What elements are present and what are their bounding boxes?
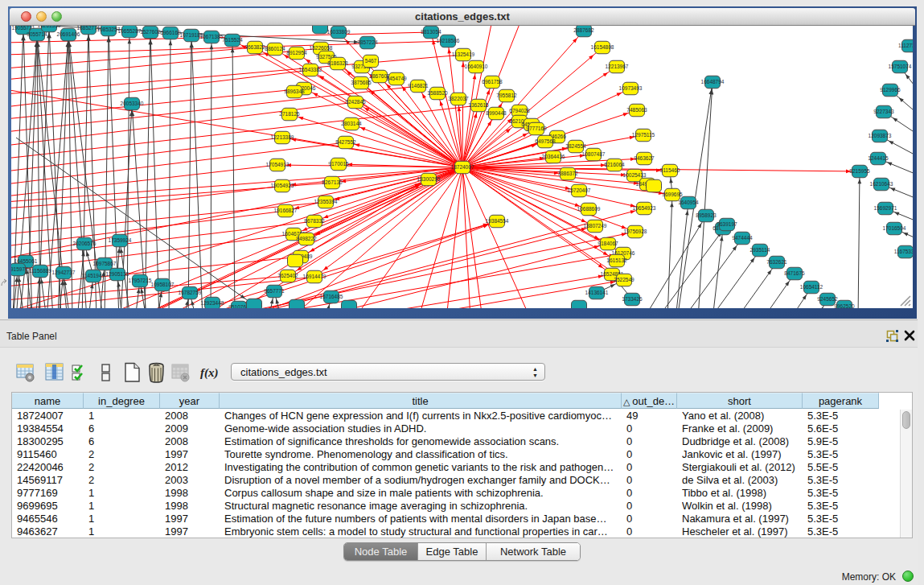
graph-node-label: 1362615 xyxy=(468,102,489,108)
network-graph: 1905572190557141626133920691406188527761… xyxy=(11,26,913,308)
cell-name: 18724007 xyxy=(17,410,82,422)
graph-node-label: 7663822 xyxy=(244,44,265,50)
cell-in_degree: 6 xyxy=(88,422,158,435)
cell-year: 2003 xyxy=(165,474,218,487)
table-row[interactable]: 946362711997Embryonic stem cells: a mode… xyxy=(12,525,901,538)
trash-icon[interactable] xyxy=(147,362,166,383)
table-select-value: citations_edges.txt xyxy=(240,366,327,378)
graph-node[interactable] xyxy=(247,299,262,308)
graph-node-label: 2803144 xyxy=(341,121,362,126)
tab-edge-table[interactable]: Edge Table xyxy=(418,543,487,560)
graph-node-label: 20691406 xyxy=(57,31,80,37)
table-import-icon[interactable] xyxy=(71,362,90,383)
graph-node[interactable] xyxy=(647,179,662,192)
graph-node[interactable] xyxy=(342,300,357,308)
table-row[interactable]: 2242004622012Investigating the contribut… xyxy=(12,461,901,474)
edge-arrowhead xyxy=(313,93,318,97)
resize-grip-icon[interactable] xyxy=(900,295,911,307)
column-header-short[interactable]: short xyxy=(677,393,803,409)
table-row[interactable]: 1872400712008Changes of HCN gene express… xyxy=(12,410,901,422)
graph-node-label: 8471676 xyxy=(784,270,805,276)
table-row[interactable]: 1830029562008Estimation of significance … xyxy=(12,435,901,448)
edge-arrowhead xyxy=(302,227,307,230)
table-row[interactable]: 969969511998Structural magnetic resonanc… xyxy=(12,500,901,513)
graph-node[interactable] xyxy=(288,254,303,267)
edge-arrowhead xyxy=(603,251,608,255)
table-row[interactable]: 946554611997Estimation of the future num… xyxy=(12,513,901,525)
graph-edge xyxy=(667,195,672,308)
cell-pagerank: 5.3E-5 xyxy=(807,487,877,500)
graph-node[interactable] xyxy=(313,26,328,34)
scrollbar-thumb[interactable] xyxy=(902,411,910,429)
graph-node-label: 8860124 xyxy=(265,46,285,51)
cell-year: 1997 xyxy=(165,513,218,525)
table-gear-icon[interactable] xyxy=(16,362,35,383)
cell-title: Estimation of the future numbers of pati… xyxy=(224,513,620,525)
table-row[interactable]: 1456911722003Disruption of a novel membe… xyxy=(12,474,901,487)
graph-node-label: 7485063 xyxy=(626,107,647,113)
cell-short: Nakamura et al. (1997) xyxy=(682,513,801,525)
table-disabled-icon[interactable] xyxy=(171,362,191,383)
cell-title: Investigating the contribution of common… xyxy=(224,461,620,474)
edge-arrowhead xyxy=(532,144,536,147)
rows-icon[interactable] xyxy=(97,362,117,383)
window-titlebar[interactable]: citations_edges.txt xyxy=(10,8,915,26)
graph-node-label: 15716485 xyxy=(320,294,343,299)
column-header-out_de[interactable]: △out_de… xyxy=(622,393,677,409)
table-row[interactable]: 911546021997Tourette syndrome. Phenomeno… xyxy=(12,448,901,461)
graph-node-label: 19166827 xyxy=(274,208,298,213)
network-view-window: citations_edges.txt 19055721905571416261… xyxy=(8,6,917,319)
memory-status-indicator[interactable] xyxy=(902,571,914,582)
edge-arrowhead xyxy=(323,266,328,270)
column-header-in_degree[interactable]: in_degree xyxy=(84,393,160,409)
table-select-dropdown[interactable]: citations_edges.txt ▲▼ xyxy=(231,363,545,381)
cell-short: Dudbridge et al. (2008) xyxy=(682,435,801,448)
edge-arrowhead xyxy=(890,187,895,191)
graph-node[interactable] xyxy=(290,299,305,308)
table-row[interactable]: 1938455462009Genome-wide association stu… xyxy=(12,422,901,435)
column-header-year[interactable]: year xyxy=(160,393,220,409)
float-window-icon[interactable] xyxy=(885,329,899,343)
cell-pagerank: 5.3E-5 xyxy=(807,474,877,487)
edge-arrowhead xyxy=(276,299,279,303)
graph-node-label: 7955812 xyxy=(496,93,517,98)
tab-network-table[interactable]: Network Table xyxy=(487,543,580,560)
memory-status-label: Memory: OK xyxy=(842,571,896,583)
column-header-pagerank[interactable]: pagerank xyxy=(803,393,879,409)
table-vertical-scrollbar[interactable] xyxy=(900,410,912,538)
minimize-button[interactable] xyxy=(36,11,47,22)
cell-year: 1998 xyxy=(165,487,218,500)
graph-node-label: 8813054 xyxy=(421,29,441,35)
edge-arrowhead xyxy=(603,72,608,76)
network-canvas[interactable]: 1905572190557141626133920691406188527761… xyxy=(11,26,913,308)
cell-out_de: 0 xyxy=(626,525,676,538)
table-column-icon[interactable] xyxy=(45,362,64,383)
cell-short: Wolkin et al. (1998) xyxy=(682,500,801,513)
zoom-button[interactable] xyxy=(51,11,62,22)
cell-out_de: 0 xyxy=(626,461,676,474)
edge-arrowhead xyxy=(422,93,426,98)
tab-node-table[interactable]: Node Table xyxy=(344,543,418,560)
graph-edge xyxy=(68,35,87,308)
graph-node[interactable] xyxy=(572,300,587,308)
close-icon[interactable] xyxy=(903,329,916,342)
graph-node-label: 10975867 xyxy=(93,261,117,266)
cell-title: Estimation of significance thresholds fo… xyxy=(224,435,620,448)
new-document-icon[interactable] xyxy=(123,362,142,383)
graph-node-label: 8454749 xyxy=(386,76,407,81)
table-row[interactable]: 977716911998Corpus callosum shape and si… xyxy=(12,487,901,500)
fx-icon[interactable]: f(x) xyxy=(200,362,220,383)
graph-node-label: 11325419 xyxy=(452,51,475,57)
edge-arrowhead xyxy=(231,47,235,52)
graph-node-label: 9170015 xyxy=(328,161,349,167)
graph-node-label: 9184067 xyxy=(598,241,618,246)
column-header-title[interactable]: title xyxy=(220,393,622,409)
cell-title: Structural magnetic resonance image aver… xyxy=(224,500,620,513)
edge-arrowhead xyxy=(440,101,443,105)
graph-edge xyxy=(736,262,777,308)
graph-node-label: 17054913 xyxy=(266,162,290,167)
column-header-name[interactable]: name xyxy=(12,393,84,409)
cell-name: 18300295 xyxy=(17,435,82,448)
graph-node-label: 12355394 xyxy=(314,199,338,204)
close-button[interactable] xyxy=(21,11,31,22)
